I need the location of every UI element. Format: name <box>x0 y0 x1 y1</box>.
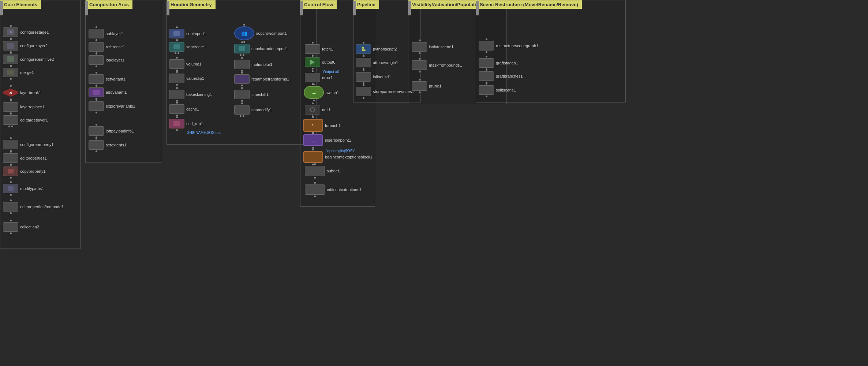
node-usd-rop1[interactable]: usd_rop1 $HIPNAME.$OS.usd <box>169 116 221 135</box>
node-label-sopimport1: sopimport1 <box>186 31 206 36</box>
node-layerreplace1[interactable]: layerreplace1 <box>3 100 44 114</box>
node-motionblur1[interactable]: motionblur1 <box>234 57 272 72</box>
node-attribwrangle1[interactable]: attribwrangle1 <box>356 55 398 70</box>
node-label-volume1: volume1 <box>186 62 202 66</box>
node-error1[interactable]: error1 <box>305 70 333 85</box>
node-label-cache1: cache1 <box>186 107 199 111</box>
node-label-subnet1: subnet1 <box>327 169 341 173</box>
node-restructurescenegraph1[interactable]: restructurescenegraph1 <box>479 38 538 53</box>
node-maskfrombounds1[interactable]: maskfrombounds1 <box>412 58 462 72</box>
node-label-addvariant1: addvariant1 <box>106 90 127 94</box>
node-editpropertiesfromnode1[interactable]: editpropertiesfromnode1 <box>3 199 64 214</box>
node-label-null1: null1 <box>322 108 330 112</box>
node-collection2[interactable]: collection2 <box>3 220 39 234</box>
node-label-graftstages1: graftstages1 <box>496 61 518 65</box>
node-resampletransforms1[interactable]: resampletransforms1 <box>234 72 289 86</box>
node-label-setextents1: setextents1 <box>106 143 126 147</box>
group-label-visibility: Visibility/Activation/Population <box>408 0 485 9</box>
node-label-error1: error1 <box>322 75 333 80</box>
group-label-scene-restructure: Scene Restructure (Move/Rename/Remove) <box>476 0 582 9</box>
node-layerbreak1[interactable]: ✖ layerbreak1 <box>3 85 41 100</box>
node-label-modifypaths1: modifypaths1 <box>20 186 44 191</box>
node-merge1[interactable]: merge1 <box>3 65 34 80</box>
node-edittargetlayer1[interactable]: edittargetlayer1 <box>3 113 48 127</box>
node-modifypaths1[interactable]: modifypaths1 <box>3 181 44 196</box>
node-storeparametervalues1[interactable]: storeparametervalues1 <box>356 84 414 99</box>
node-configureproperty1[interactable]: configureproperty1 <box>3 137 54 152</box>
group-indicator-pipeline <box>353 1 356 15</box>
node-editproperties1[interactable]: editproperties1 <box>3 151 47 165</box>
node-sopcreate1[interactable]: sopcreate1 <box>169 40 206 54</box>
group-label-core-elements: Core Elements <box>0 0 41 9</box>
node-label-fetch1: fetch1 <box>322 47 333 51</box>
group-indicator-scene <box>476 1 479 15</box>
node-reference1[interactable]: reference1 <box>89 40 125 54</box>
node-label-loftpayloadinfo1: loftpayloadinfo1 <box>106 129 134 133</box>
node-copyproperty1[interactable]: copyproperty1 <box>3 164 46 179</box>
node-sopcrowdimport1[interactable]: 👥 sopcrowdimport1 <box>234 24 287 43</box>
node-label-timeshift1: timeshift1 <box>251 92 269 97</box>
node-subnet1[interactable]: subnet1 <box>305 163 341 179</box>
group-indicator-houdini <box>167 1 169 15</box>
node-label-isolatescene1: isolatescene1 <box>429 45 453 49</box>
node-label-merge1: merge1 <box>20 70 34 75</box>
group-label-control-flow: Control Flow <box>300 0 337 9</box>
node-label-restructurescenegraph1: restructurescenegraph1 <box>496 44 538 48</box>
node-label-insertionpoint1: insertionpoint1 <box>325 138 351 142</box>
group-indicator-controlflow <box>300 1 303 15</box>
node-explorevariants1[interactable]: explorevariants1 <box>89 99 135 113</box>
node-label-configureprimitive2: configureprimitive2 <box>20 57 54 61</box>
node-setextents1[interactable]: setextents1 <box>89 138 126 152</box>
node-switch1[interactable]: ⇄ switch1 <box>304 83 339 101</box>
node-configurelayer2[interactable]: configurelayer2 <box>3 38 48 53</box>
node-bakeskinning1[interactable]: bakeskinning1 <box>169 87 212 102</box>
node-label-reference1: reference1 <box>106 45 125 49</box>
node-setvariant1[interactable]: setvariant1 <box>89 72 126 86</box>
node-volume1[interactable]: volume1 <box>169 57 202 71</box>
node-label-bakeskinning1: bakeskinning1 <box>186 92 212 97</box>
node-label-collection2: collection2 <box>20 225 39 229</box>
node-prune1[interactable]: prune1 <box>412 79 441 93</box>
node-fetch1[interactable]: fetch1 <box>305 42 333 56</box>
node-sopimport1[interactable]: sopimport1 <box>169 26 206 41</box>
node-loftpayloadinfo1[interactable]: loftpayloadinfo1 <box>89 124 134 138</box>
node-label-layerbreak1: layerbreak1 <box>20 90 41 95</box>
node-label-setvariant1: setvariant1 <box>106 77 126 81</box>
node-label-splitscene1: splitscene1 <box>496 88 516 92</box>
node-label-copyproperty1: copyproperty1 <box>20 169 46 173</box>
node-sublayer1[interactable]: sublayer1 <box>89 26 123 41</box>
node-pythonscript2[interactable]: 🐍 pythonscript2 <box>356 42 397 56</box>
node-label-edittargetlayer1: edittargetlayer1 <box>20 118 48 122</box>
node-cache1[interactable]: cache1 <box>169 102 199 116</box>
node-label-configurestage1: configurestage1 <box>20 30 49 34</box>
node-loadlayer1[interactable]: loadlayer1 <box>89 53 124 67</box>
node-label-layerreplace1: layerreplace1 <box>20 105 44 109</box>
node-configureprimitive2[interactable]: configureprimitive2 <box>3 52 54 67</box>
node-editcontextoptions1[interactable]: editcontextoptions1 <box>305 182 362 197</box>
node-label-editpropertiesfromnode1: editpropertiesfromnode1 <box>20 205 64 209</box>
node-graftbranches1[interactable]: graftbranches1 <box>479 69 523 83</box>
node-isolatescene1[interactable]: isolatescene1 <box>412 40 453 54</box>
node-configurestage1[interactable]: ⚙ configurestage1 <box>3 25 49 40</box>
node-timeshift1[interactable]: timeshift1 <box>234 87 269 102</box>
node-null1[interactable]: null1 <box>305 102 330 117</box>
node-label-graftbranches1: graftbranches1 <box>496 74 523 78</box>
node-label-storeparametervalues1: storeparametervalues1 <box>373 89 414 94</box>
node-sopmodify1[interactable]: sopmodify1 <box>234 102 272 117</box>
node-splitscene1[interactable]: splitscene1 <box>479 83 516 97</box>
node-label-sublayer1: sublayer1 <box>106 31 123 36</box>
group-label-composition-arcs: Compositon Arcs <box>86 0 132 9</box>
node-label-usd-rop1: usd_rop1 <box>186 122 203 126</box>
node-valueclip1[interactable]: valueclip1 <box>169 71 204 86</box>
node-sopcharacterimport1[interactable]: sopcharacterimport1 <box>234 41 288 56</box>
node-label-editcontextoptions1: editcontextoptions1 <box>327 187 362 192</box>
node-label-inlineusd1: inlineusd1 <box>373 75 391 79</box>
node-label-sopcharacterimport1: sopcharacterimport1 <box>251 46 288 51</box>
node-addvariant1[interactable]: addvariant1 <box>89 85 127 100</box>
node-graftstages1[interactable]: graftstages1 <box>479 56 518 70</box>
node-label-valueclip1: valueclip1 <box>186 76 204 81</box>
node-label-foreach1: foreach1 <box>325 123 341 128</box>
node-label-sopmodify1: sopmodify1 <box>251 108 272 112</box>
node-inlineusd1[interactable]: inlineusd1 <box>356 70 391 84</box>
node-label-loadlayer1: loadlayer1 <box>106 58 124 62</box>
